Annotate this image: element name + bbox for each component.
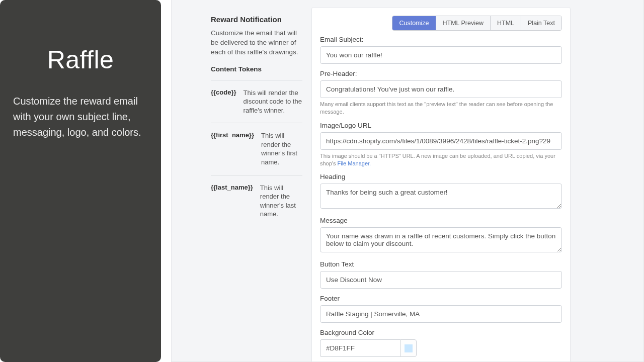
token-row: {{last_name}} This will render the winne… <box>211 175 302 227</box>
sidebar-description: Customize the reward email with your own… <box>13 94 148 140</box>
message-label: Message <box>320 217 562 224</box>
token-row: {{code}} This will render the discount c… <box>211 80 302 124</box>
email-subject-label: Email Subject: <box>320 36 562 43</box>
section-title: Reward Notification <box>211 15 302 24</box>
preheader-input[interactable] <box>320 80 562 98</box>
sidebar-title: Raffle <box>13 45 148 74</box>
bg-color-label: Background Color <box>320 329 562 336</box>
bg-color-swatch-button[interactable] <box>400 339 417 357</box>
token-key: {{last_name}} <box>211 184 253 219</box>
tab-customize[interactable]: Customize <box>392 16 435 30</box>
tab-html-preview[interactable]: HTML Preview <box>436 16 491 30</box>
preheader-label: Pre-Header: <box>320 70 562 77</box>
footer-label: Footer <box>320 295 562 302</box>
token-text: This will render the winner's first name… <box>261 131 302 166</box>
token-key: {{code}} <box>211 88 236 115</box>
image-url-label: Image/Logo URL <box>320 122 562 129</box>
image-url-helper: This image should be a "HTTPS" URL. A ne… <box>320 152 562 167</box>
bg-color-input[interactable] <box>320 339 400 357</box>
heading-label: Heading <box>320 173 562 180</box>
token-text: This will render the winner's last name. <box>260 184 302 219</box>
token-row: {{first_name}} This will render the winn… <box>211 123 302 175</box>
bg-color-swatch <box>405 344 413 352</box>
tab-bar: Customize HTML Preview HTML Plain Text <box>320 16 562 31</box>
message-textarea[interactable] <box>320 227 562 252</box>
section-description: Customize the email that will be deliver… <box>211 29 302 57</box>
tab-plain-text[interactable]: Plain Text <box>521 16 561 30</box>
email-subject-input[interactable] <box>320 46 562 64</box>
tokens-heading: Content Tokens <box>211 65 302 80</box>
button-text-label: Button Text <box>320 260 562 268</box>
token-key: {{first_name}} <box>211 131 254 166</box>
sidebar: Raffle Customize the reward email with y… <box>0 0 161 362</box>
token-text: This will render the discount code to th… <box>244 88 302 115</box>
preheader-helper: Many email clients support this text as … <box>320 101 562 116</box>
info-column: Reward Notification Customize the email … <box>182 0 302 227</box>
heading-textarea[interactable] <box>320 184 562 209</box>
file-manager-link[interactable]: File Manager. <box>338 160 371 166</box>
tab-html[interactable]: HTML <box>490 16 521 30</box>
main-panel: Reward Notification Customize the email … <box>171 0 644 362</box>
image-url-input[interactable] <box>320 132 562 150</box>
button-text-input[interactable] <box>320 271 562 289</box>
form-card: Customize HTML Preview HTML Plain Text E… <box>311 7 571 362</box>
footer-input[interactable] <box>320 305 562 323</box>
